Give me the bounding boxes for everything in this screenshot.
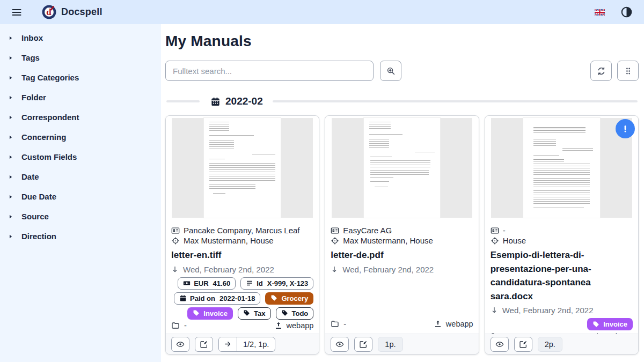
- preview-text-block: [370, 160, 430, 168]
- sidebar-item-concerning[interactable]: Concerning: [0, 127, 161, 147]
- document-preview[interactable]: [485, 116, 638, 221]
- preview-page: [364, 118, 441, 218]
- caret-right-icon: [8, 233, 13, 240]
- fulltext-search-input[interactable]: [165, 61, 374, 81]
- refresh-button[interactable]: [590, 61, 612, 81]
- sidebar-item-tags[interactable]: Tags: [0, 48, 161, 68]
- preview-text-block: [375, 187, 389, 189]
- custom-field-badge-amount[interactable]: EUR41.60: [178, 277, 236, 290]
- exclamation-icon: [620, 124, 630, 134]
- item-name[interactable]: letter-de.pdf: [331, 248, 473, 262]
- tag-badge-invoice[interactable]: Invoice: [187, 307, 233, 320]
- preview-text-block: [533, 155, 560, 157]
- folder-value: -: [343, 320, 346, 328]
- document-preview[interactable]: [166, 116, 319, 221]
- attention-badge[interactable]: [616, 119, 635, 138]
- menu-toggle-button[interactable]: [9, 4, 25, 20]
- preview-text-block: [533, 127, 586, 133]
- item-date: Wed, February 2nd, 2022: [342, 265, 434, 274]
- concerning-row: House: [491, 236, 633, 245]
- preview-text-block: [209, 184, 255, 189]
- document-preview[interactable]: [325, 116, 478, 221]
- main-content: My Manuals: [161, 24, 644, 362]
- item-name[interactable]: letter-en.tiff: [171, 248, 313, 262]
- address-card-icon: [171, 226, 180, 235]
- sidebar-item-tag-categories[interactable]: Tag Categories: [0, 68, 161, 87]
- preview-text-block: [370, 177, 393, 179]
- grid-dots-icon: [624, 67, 633, 76]
- field-label: EUR: [194, 279, 208, 288]
- tag-badge-invoice[interactable]: Invoice: [587, 318, 633, 330]
- dark-mode-toggle[interactable]: [621, 6, 632, 18]
- preview-text-block: [533, 178, 590, 188]
- tag-badge-todo[interactable]: Todo: [276, 307, 314, 320]
- tag-zone: EUR41.60 IdX-999, X-123 Paid: [171, 277, 313, 320]
- sidebar-item-inbox[interactable]: Inbox: [0, 28, 161, 48]
- preview-text-block: [533, 190, 590, 205]
- sidebar-item-direction[interactable]: Direction: [0, 226, 161, 246]
- svg-text:d: d: [46, 7, 52, 17]
- tag-label: Invoice: [203, 309, 228, 318]
- item-card-body: EasyCare AG Max Mustermann, House letter…: [325, 221, 478, 334]
- preview-text-block: [209, 122, 229, 131]
- hamburger-icon: [11, 7, 22, 18]
- sidebar-item-source[interactable]: Source: [0, 206, 161, 226]
- concerning-value: House: [503, 236, 526, 245]
- item-card-footer: 1p.: [325, 334, 478, 354]
- tag-badge-tax[interactable]: Tax: [238, 307, 270, 320]
- edit-pencil-icon: [359, 340, 368, 349]
- preview-text-block: [209, 135, 254, 137]
- tag-label: Todo: [292, 309, 309, 318]
- preview-eye-button[interactable]: [171, 337, 189, 352]
- concerning-row: Max Mustermann, House: [331, 236, 473, 245]
- preview-eye-button[interactable]: [491, 337, 509, 352]
- preview-eye-button[interactable]: [331, 337, 349, 352]
- preview-page: [523, 118, 600, 218]
- crosshair-icon: [171, 237, 180, 245]
- sidebar-item-correspondent[interactable]: Correspondent: [0, 107, 161, 127]
- app-brand[interactable]: d Docspell: [42, 5, 103, 19]
- upload-icon: [434, 320, 442, 328]
- sidebar-item-custom-fields[interactable]: Custom Fields: [0, 147, 161, 167]
- item-card-list: Pancake Company, Marcus Leaf Max Musterm…: [165, 115, 639, 354]
- custom-field-badge-paid[interactable]: Paid on2022-01-18: [174, 292, 260, 305]
- preview-text-block: [533, 159, 564, 161]
- address-card-icon: [331, 226, 339, 235]
- custom-field-badge-id[interactable]: IdX-999, X-123: [240, 277, 313, 290]
- sidebar-item-date[interactable]: Date: [0, 167, 161, 187]
- correspondent-value: Pancake Company, Marcus Leaf: [184, 226, 300, 235]
- next-page-arrow-button[interactable]: [219, 337, 237, 351]
- edit-pencil-icon: [200, 340, 208, 349]
- caret-right-icon: [8, 194, 13, 200]
- edit-button[interactable]: [195, 337, 213, 352]
- search-submit-button[interactable]: [380, 61, 401, 81]
- item-date: Wed, February 2nd, 2022: [183, 265, 274, 274]
- preview-text-block: [209, 159, 225, 161]
- preview-background: [440, 118, 472, 218]
- item-card-footer: 2p.: [485, 334, 638, 354]
- divider-line: [166, 100, 200, 102]
- field-value: 41.60: [213, 279, 231, 288]
- caret-right-icon: [8, 213, 13, 220]
- calendar-icon: [179, 294, 187, 302]
- item-name[interactable]: Esempio-di-lettera-di-presentazione-per-…: [491, 248, 633, 303]
- field-value: 2022-01-18: [219, 294, 255, 303]
- edit-button[interactable]: [514, 337, 532, 352]
- caret-right-icon: [8, 94, 13, 101]
- caret-right-icon: [8, 55, 13, 61]
- tag-badge-grocery[interactable]: Grocery: [265, 292, 313, 305]
- view-menu-button[interactable]: [617, 61, 639, 81]
- source-value: webapp: [446, 320, 473, 328]
- preview-text-block: [533, 208, 584, 210]
- tag-icon: [270, 294, 278, 302]
- preview-text-block: [370, 157, 392, 159]
- item-date-row: Wed, February 2nd, 2022: [491, 306, 633, 315]
- sidebar-item-due-date[interactable]: Due Date: [0, 187, 161, 206]
- sidebar-item-folder[interactable]: Folder: [0, 87, 161, 107]
- edit-button[interactable]: [354, 337, 372, 352]
- concerning-value: Max Mustermann, House: [343, 236, 433, 245]
- preview-text-block: [213, 193, 225, 195]
- preview-text-block: [370, 181, 389, 183]
- language-flag-button[interactable]: [595, 9, 605, 16]
- tag-zone: Invoice: [491, 318, 633, 330]
